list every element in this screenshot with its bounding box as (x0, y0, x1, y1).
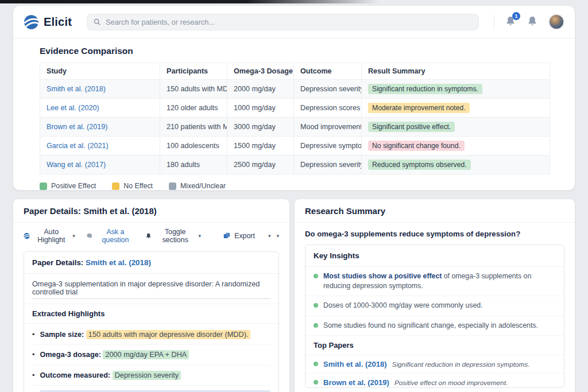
paper-link[interactable]: Smith et al. (2018) (323, 360, 387, 368)
cell-outcome: Mood improvement (294, 118, 362, 137)
toggle-sections-button[interactable]: Toggle sections ▾ (145, 228, 201, 244)
legend-swatch-positive (40, 183, 47, 190)
column-header-result: Result Summary (362, 63, 550, 80)
green-dot-icon (314, 274, 318, 278)
notifications-button[interactable]: 1 (505, 15, 517, 28)
navbar-divider (494, 15, 494, 29)
main-card: Elicit 1 (13, 5, 575, 191)
column-header-participants: Participants (160, 63, 227, 80)
highlight-value: Depression severity (113, 371, 181, 380)
notification-badge: 1 (512, 12, 520, 20)
cell-dosage: 2000 mg/day (227, 80, 294, 99)
page-title: Evidence Comparison (40, 46, 548, 56)
table-row[interactable]: Brown et al. (2019) 210 patients with MD… (40, 118, 550, 137)
logo-text: Elicit (44, 15, 72, 29)
column-header-outcome: Outcome (294, 63, 362, 80)
export-button[interactable]: Export (223, 232, 255, 240)
cell-dosage: 1500 mg/day (227, 137, 294, 156)
bullet-icon: • (32, 370, 34, 381)
paper-link[interactable]: Brown et al. (2019) (323, 378, 389, 387)
elicit-glyph-icon (24, 232, 30, 240)
paper-details-card-title: Paper Details: Smith et al. (2018) (24, 252, 278, 274)
research-summary-panel-title: Research Summary (295, 199, 575, 223)
cell-outcome: Depressive symptoms (294, 137, 362, 156)
table-header-row: Study Participants Omega-3 Dosage Outcom… (40, 63, 550, 80)
table-row[interactable]: Wang et al. (2017) 180 adults 2500 mg/da… (40, 156, 550, 174)
study-link[interactable]: Brown et al. (2019) (47, 123, 107, 131)
paper-title: Omega-3 supplementation in major depress… (32, 280, 270, 299)
toggle-sections-label: Toggle sections (156, 228, 195, 244)
paper-title-row: Omega-3 supplementation in major depress… (24, 280, 278, 304)
export-dropdowns: ▾ ▾ (268, 233, 279, 239)
paper-details-toolbar: Auto Highlight ▾ Ask a question Toggle s… (13, 223, 289, 248)
search-bar[interactable] (87, 14, 479, 30)
green-dot-icon (314, 380, 318, 385)
paper-details-panel-title: Paper Details: Smith et al. (2018) (13, 199, 289, 223)
search-input[interactable] (106, 18, 473, 26)
paper-summary: Positive effect on mood improvement. (394, 379, 508, 387)
legend-label: No Effect (123, 182, 153, 190)
insight-text: Doses of 1000-3000 mg/day were commonly … (323, 301, 483, 309)
highlight-item: • Omega-3 dosage: 2000 mg/day EPA + DHA (32, 345, 270, 365)
paper-details-card: Paper Details: Smith et al. (2018) Omega… (24, 251, 279, 392)
cell-dosage: 3000 mg/day (227, 118, 294, 137)
cell-participants: 210 patients with MDD (160, 118, 227, 137)
top-paper-item[interactable]: Smith et al. (2018) Significant reductio… (305, 355, 564, 374)
legend-swatch-no-effect (112, 183, 119, 190)
highlight-value: 2000 mg/day EPA + DHA (103, 350, 189, 359)
elicit-logo-icon (24, 14, 39, 30)
legend: Positive Effect No Effect Mixed/Unclear (40, 182, 548, 190)
evidence-comparison-section: Evidence Comparison Study Participants O… (13, 38, 575, 190)
legend-item-positive: Positive Effect (40, 182, 96, 190)
legend-label: Mixed/Unclear (180, 182, 226, 190)
study-link[interactable]: Garcia et al. (2021) (47, 142, 109, 150)
study-link[interactable]: Lee et al. (2020) (47, 104, 99, 112)
comment-bubble-icon (86, 232, 93, 240)
research-question: Do omega-3 supplements reduce symptoms o… (295, 223, 575, 241)
ask-question-button[interactable]: Ask a question (86, 228, 135, 244)
highlight-label: Sample size: (40, 331, 84, 339)
insight-item: Doses of 1000-3000 mg/day were commonly … (305, 296, 564, 316)
column-header-study: Study (40, 63, 160, 80)
cell-dosage: 1000 mg/day (227, 99, 294, 118)
column-header-dosage: Omega-3 Dosage (227, 63, 294, 80)
export-label: Export (234, 232, 255, 240)
highlight-label: Omega-3 dosage: (40, 351, 100, 359)
table-row[interactable]: Smith et al. (2018) 150 adults with MDD … (40, 80, 550, 99)
cell-outcome: Depression scores (294, 99, 362, 118)
table-row[interactable]: Lee et al. (2020) 120 older adults 1000 … (40, 99, 550, 118)
elicit-logo[interactable]: Elicit (24, 14, 72, 30)
highlight-item: • Outcome measured: Depression severity (32, 366, 270, 386)
highlights-list: • Sample size: 150 adults with major dep… (24, 324, 278, 392)
paper-details-prefix: Paper Details: (32, 258, 86, 267)
top-papers-title: Top Papers (305, 336, 564, 355)
green-dot-icon (314, 362, 318, 366)
paper-details-panel: Paper Details: Smith et al. (2018) Auto … (13, 199, 290, 392)
auto-highlight-button[interactable]: Auto Highlight ▾ (24, 228, 75, 244)
research-summary-panel: Research Summary Do omega-3 supplements … (294, 199, 575, 392)
legend-label: Positive Effect (51, 182, 96, 190)
cell-participants: 120 older adults (160, 99, 227, 118)
export-icon (223, 232, 231, 240)
chevron-down-icon[interactable]: ▾ (268, 233, 271, 239)
navbar: Elicit 1 (13, 6, 575, 38)
top-paper-item[interactable]: Brown et al. (2019) Positive effect on m… (305, 374, 564, 388)
highlight-value: 150 adults with major depressive disorde… (86, 330, 251, 339)
result-badge: No significant change found. (368, 141, 465, 151)
insight-text: Some studies found no significant change… (323, 321, 538, 329)
study-link[interactable]: Wang et al. (2017) (47, 161, 106, 169)
navbar-right: 1 (494, 14, 564, 30)
cell-outcome: Depression severity (294, 80, 362, 99)
cell-participants: 180 adults (160, 156, 227, 174)
table-row[interactable]: Garcia et al. (2021) 100 adolescents 150… (40, 137, 550, 156)
highlight-label: Outcome measured: (40, 371, 110, 379)
insight-lead: Most studies show a positive effect (323, 272, 442, 280)
avatar[interactable] (548, 14, 564, 30)
alerts-button[interactable] (527, 15, 539, 28)
chevron-down-icon[interactable]: ▾ (276, 233, 279, 239)
study-link[interactable]: Smith et al. (2018) (47, 85, 106, 93)
paper-summary: Significant reduction in depression symp… (392, 360, 530, 368)
paper-link[interactable]: Smith et al. (2018) (86, 258, 151, 267)
bullet-icon: • (32, 329, 34, 340)
cell-participants: 150 adults with MDD (160, 80, 227, 99)
